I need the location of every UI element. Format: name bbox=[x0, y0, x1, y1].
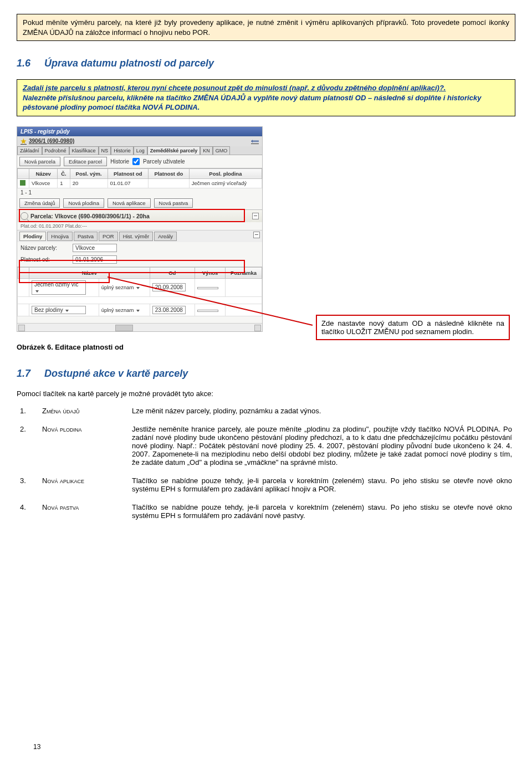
action-desc: Jestliže neměníte hranice parcely, ale p… bbox=[129, 422, 515, 473]
table-row[interactable]: Vlkovce 1 20 01.01.07 Ječmen ozimý víceř… bbox=[18, 178, 262, 188]
lpis-window: LPIS - registr půdy ★ 3906/1 (690-0980) … bbox=[17, 126, 263, 332]
tab-gmo[interactable]: GMO bbox=[213, 146, 231, 155]
nazev-parcely-row: Název parcely: Vlkovce bbox=[17, 242, 262, 254]
crop-col-od: Od bbox=[150, 267, 195, 278]
action-desc: Tlačítko se nabídne pouze tehdy, je-li p… bbox=[129, 473, 515, 500]
tab-log[interactable]: Log bbox=[134, 146, 147, 155]
crop-row[interactable]: Bez plodiny úplný seznam 23.08.2008 bbox=[18, 304, 262, 316]
app-title-bar: LPIS - registr půdy bbox=[17, 127, 262, 136]
action-desc: Tlačítko se nabídne pouze tehdy, je-li p… bbox=[129, 500, 515, 526]
crop-table: Název Od Výnos Poznámka Ječmen ozimý víc… bbox=[17, 267, 262, 316]
nova-parcela-button[interactable]: Nová parcela bbox=[19, 157, 60, 166]
cell-od: 01.01.07 bbox=[108, 178, 149, 188]
platnost-od-row: Platnost od: 01.01.2006 bbox=[17, 254, 262, 267]
subtab-hist-vymer[interactable]: Hist. výměr bbox=[119, 232, 154, 241]
action-row: 1. Změna údajů Lze měnit název parcely, … bbox=[17, 403, 515, 422]
section-num: 1.6 bbox=[17, 58, 30, 69]
platnost-od-input[interactable]: 01.01.2006 bbox=[73, 255, 117, 264]
section-title: Úprava datumu platnosti od parcely bbox=[44, 58, 214, 69]
crop-name-dropdown[interactable]: Ječmen ozimý víc bbox=[32, 280, 86, 295]
parcel-detail-header: Parcela: Vlkovce (690-0980/3906/1/1) - 2… bbox=[17, 210, 262, 222]
crop-seznam-dropdown[interactable]: úplný seznam bbox=[101, 307, 140, 313]
action-num: 2. bbox=[17, 422, 39, 473]
tab-zakladni[interactable]: Základní bbox=[17, 146, 42, 155]
action-desc: Lze měnit název parcely, plodiny, poznám… bbox=[129, 403, 515, 422]
crop-od-input[interactable]: 23.08.2008 bbox=[152, 306, 186, 314]
col-c: Č. bbox=[58, 168, 70, 178]
horizontal-scrollbar[interactable] bbox=[17, 323, 262, 331]
cell-plodina: Ječmen ozimý víceřadý bbox=[189, 178, 262, 188]
star-icon: ★ bbox=[21, 137, 27, 145]
back-arrow-icon[interactable]: ⟸ bbox=[251, 138, 259, 144]
parcely-uzivatele-label: Parcely uživatele bbox=[143, 158, 185, 165]
cell-do bbox=[149, 178, 190, 188]
chevron-down-icon bbox=[65, 310, 69, 312]
subtab-hnojiva[interactable]: Hnojiva bbox=[47, 232, 73, 241]
subtab-arealy[interactable]: Areály bbox=[154, 232, 177, 241]
button-row-1: Nová parcela Editace parcel Historie Par… bbox=[17, 155, 262, 168]
crop-col-poznamka: Poznámka bbox=[226, 267, 262, 278]
page-number: 13 bbox=[33, 743, 40, 751]
status-square-icon bbox=[20, 180, 25, 186]
crop-col-nazev: Název bbox=[29, 267, 150, 278]
crop-seznam-dropdown[interactable]: úplný seznam bbox=[101, 284, 140, 290]
app-screenshot-container: LPIS - registr půdy ★ 3906/1 (690-0980) … bbox=[17, 126, 515, 332]
owner-link[interactable]: 3906/1 (690-0980) bbox=[29, 138, 74, 144]
chevron-down-icon bbox=[136, 287, 140, 289]
action-num: 1. bbox=[17, 403, 39, 422]
editace-parcel-button[interactable]: Editace parcel bbox=[64, 157, 107, 166]
collapse-icon[interactable] bbox=[252, 213, 259, 219]
historie-label: Historie bbox=[110, 158, 129, 165]
cell-c: 1 bbox=[58, 178, 70, 188]
nazev-parcely-input[interactable]: Vlkovce bbox=[73, 244, 117, 252]
callout-text: Zde nastavte nový datum OD a následně kl… bbox=[321, 319, 504, 336]
historie-checkbox[interactable] bbox=[132, 158, 140, 165]
crop-row[interactable]: Ječmen ozimý víc úplný seznam 20.09.2008 bbox=[18, 278, 262, 296]
col-do: Platnost do bbox=[149, 168, 190, 178]
subtab-por[interactable]: POR bbox=[99, 232, 118, 241]
scroll-right-icon[interactable] bbox=[254, 325, 261, 331]
crop-vynos-input[interactable] bbox=[197, 287, 218, 289]
crop-name-dropdown[interactable]: Bez plodiny bbox=[32, 306, 86, 314]
crop-od-input[interactable]: 20.09.2008 bbox=[152, 283, 186, 291]
figure-caption: Obrázek 6. Editace platnosti od bbox=[17, 343, 515, 351]
action-label: Změna údajů bbox=[39, 403, 129, 422]
parcel-table: Název Č. Posl. vým. Platnost od Platnost… bbox=[17, 168, 262, 188]
tab-ns[interactable]: NS bbox=[99, 146, 111, 155]
section-num: 1.7 bbox=[17, 368, 30, 379]
action-label: Nová pastva bbox=[39, 500, 129, 526]
action-label: Nová plodina bbox=[39, 422, 129, 473]
nova-pastva-button[interactable]: Nová pastva bbox=[154, 198, 193, 208]
section-1-7-intro: Pomocí tlačítek na kartě parcely je možn… bbox=[17, 389, 515, 398]
collapse-icon[interactable] bbox=[253, 232, 260, 238]
nova-plodina-button[interactable]: Nová plodina bbox=[63, 198, 104, 208]
section-1-7-heading: 1.7 Dostupné akce v kartě parcely bbox=[17, 368, 515, 380]
range-label: 1 - 1 bbox=[17, 188, 262, 197]
subtab-pastva[interactable]: Pastva bbox=[74, 232, 98, 241]
action-row: 2. Nová plodina Jestliže neměníte hranic… bbox=[17, 422, 515, 473]
callout-box: Zde nastavte nový datum OD a následně kl… bbox=[316, 315, 510, 340]
cell-vym: 20 bbox=[70, 178, 108, 188]
action-row: 3. Nová aplikace Tlačítko se nabídne pou… bbox=[17, 473, 515, 500]
plat-line: Plat.od: 01.01.2007 Plat.do:--- bbox=[17, 222, 262, 230]
nova-aplikace-button[interactable]: Nová aplikace bbox=[108, 198, 151, 208]
scroll-thumb[interactable] bbox=[115, 325, 133, 331]
scroll-left-icon[interactable] bbox=[18, 325, 25, 331]
col-nazev: Název bbox=[29, 168, 58, 178]
search-icon[interactable] bbox=[21, 212, 28, 220]
parcel-detail-title: Parcela: Vlkovce (690-0980/3906/1/1) - 2… bbox=[30, 213, 150, 219]
subtab-plodiny[interactable]: Plodiny bbox=[19, 232, 46, 241]
tab-klasifikace[interactable]: Klasifikace bbox=[69, 146, 99, 155]
col-od: Platnost od bbox=[108, 168, 149, 178]
tab-historie[interactable]: Historie bbox=[111, 146, 134, 155]
tab-zem-parcely[interactable]: Zemědělské parcely bbox=[147, 146, 201, 155]
action-label: Nová aplikace bbox=[39, 473, 129, 500]
chevron-down-icon bbox=[35, 290, 39, 293]
tab-podrobne[interactable]: Podrobné bbox=[42, 146, 69, 155]
tab-kn[interactable]: KN bbox=[200, 146, 213, 155]
action-row: 4. Nová pastva Tlačítko se nabídne pouze… bbox=[17, 500, 515, 526]
crop-vynos-input[interactable] bbox=[197, 310, 218, 312]
crop-col-vynos: Výnos bbox=[195, 267, 225, 278]
zmena-udaju-button[interactable]: Změna údajů bbox=[19, 198, 60, 208]
section-title: Dostupné akce v kartě parcely bbox=[44, 368, 188, 379]
